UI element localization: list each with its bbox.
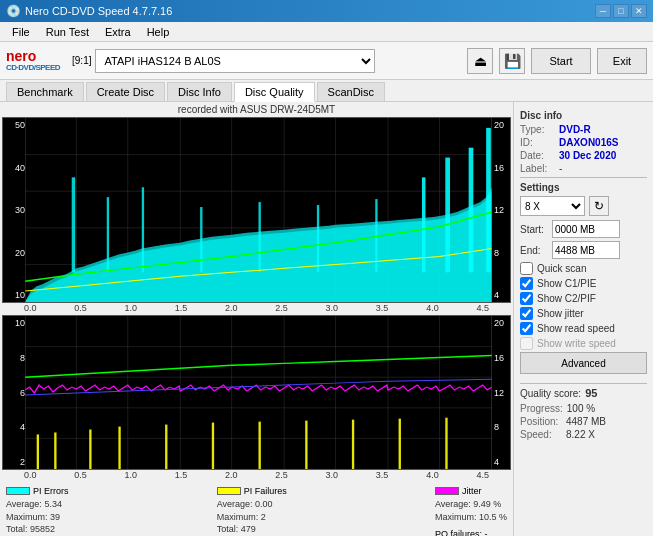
disc-label-value: -	[559, 163, 562, 174]
disc-info-title: Disc info	[520, 110, 647, 121]
disc-type-value: DVD-R	[559, 124, 591, 135]
pi-failures-avg: Average: 0.00	[217, 498, 287, 511]
upper-chart-container: 50 40 30 20 10 20 16 12 8 4	[2, 117, 511, 313]
pi-errors-max: Maximum: 39	[6, 511, 69, 524]
progress-row: Progress: 100 %	[520, 403, 647, 414]
svg-rect-20	[317, 205, 319, 272]
disc-id-value: DAXON016S	[559, 137, 618, 148]
svg-rect-24	[469, 148, 474, 273]
tab-disc-info[interactable]: Disc Info	[167, 82, 232, 101]
disc-label-row: Label: -	[520, 163, 647, 174]
svg-rect-46	[212, 423, 214, 469]
quality-score-row: Quality score: 95	[520, 387, 647, 399]
end-row: End:	[520, 241, 647, 259]
main-content: recorded with ASUS DRW-24D5MT 50 40 30 2…	[0, 102, 653, 536]
close-button[interactable]: ✕	[631, 4, 647, 18]
menu-bar: File Run Test Extra Help	[0, 22, 653, 42]
title-bar: 💿 Nero CD-DVD Speed 4.7.7.16 ─ □ ✕	[0, 0, 653, 22]
svg-rect-45	[165, 425, 167, 469]
nero-logo-sub: CD·DVD/SPEED	[6, 63, 60, 72]
menu-extra[interactable]: Extra	[97, 24, 139, 40]
pi-errors-total: Total: 95852	[6, 523, 69, 536]
show-c2-row: Show C2/PIF	[520, 292, 647, 305]
svg-rect-51	[445, 418, 447, 469]
upper-x-axis: 0.0 0.5 1.0 1.5 2.0 2.5 3.0 3.5 4.0 4.5	[2, 303, 511, 313]
show-c2-checkbox[interactable]	[520, 292, 533, 305]
tab-create-disc[interactable]: Create Disc	[86, 82, 165, 101]
svg-rect-47	[259, 422, 261, 469]
disc-date-value: 30 Dec 2020	[559, 150, 616, 161]
speed-result-label: Speed:	[520, 429, 562, 440]
position-row: Position: 4487 MB	[520, 416, 647, 427]
drive-label: [9:1]	[72, 55, 91, 66]
jitter-max: Maximum: 10.5 %	[435, 511, 507, 524]
refresh-button[interactable]: ↻	[589, 196, 609, 216]
app-title: Nero CD-DVD Speed 4.7.7.16	[25, 5, 172, 17]
save-button[interactable]: 💾	[499, 48, 525, 74]
upper-chart: 50 40 30 20 10 20 16 12 8 4	[2, 117, 511, 303]
svg-rect-49	[352, 420, 354, 469]
maximize-button[interactable]: □	[613, 4, 629, 18]
position-label: Position:	[520, 416, 562, 427]
pi-errors-label: PI Errors	[33, 486, 69, 496]
pi-failures-color	[217, 487, 241, 495]
app-icon: 💿	[6, 4, 21, 18]
pi-errors-color	[6, 487, 30, 495]
drive-selector: [9:1] ATAPI iHAS124 B AL0S	[72, 49, 461, 73]
speed-combo[interactable]: 8 X	[520, 196, 585, 216]
end-label: End:	[520, 245, 548, 256]
svg-rect-19	[259, 202, 261, 272]
show-jitter-label: Show jitter	[537, 308, 584, 319]
svg-rect-25	[486, 128, 491, 272]
end-input[interactable]	[552, 241, 620, 259]
show-c1-checkbox[interactable]	[520, 277, 533, 290]
quick-scan-checkbox[interactable]	[520, 262, 533, 275]
svg-rect-16	[107, 197, 109, 272]
side-panel: Disc info Type: DVD-R ID: DAXON016S Date…	[513, 102, 653, 536]
progress-label: Progress:	[520, 403, 563, 414]
show-jitter-checkbox[interactable]	[520, 307, 533, 320]
disc-date-row: Date: 30 Dec 2020	[520, 150, 647, 161]
advanced-button[interactable]: Advanced	[520, 352, 647, 374]
svg-rect-43	[89, 430, 91, 469]
title-bar-controls: ─ □ ✕	[595, 4, 647, 18]
eject-button[interactable]: ⏏	[467, 48, 493, 74]
tab-disc-quality[interactable]: Disc Quality	[234, 82, 315, 102]
show-jitter-row: Show jitter	[520, 307, 647, 320]
svg-rect-17	[142, 187, 144, 272]
divider1	[520, 177, 647, 178]
lower-x-axis: 0.0 0.5 1.0 1.5 2.0 2.5 3.0 3.5 4.0 4.5	[2, 470, 511, 480]
jitter-label: Jitter	[462, 486, 482, 496]
upper-chart-svg	[25, 118, 492, 302]
pi-failures-max: Maximum: 2	[217, 511, 287, 524]
quick-scan-row: Quick scan	[520, 262, 647, 275]
show-read-checkbox[interactable]	[520, 322, 533, 335]
lower-chart-svg	[25, 316, 492, 469]
jitter-color	[435, 487, 459, 495]
start-button[interactable]: Start	[531, 48, 591, 74]
svg-rect-18	[200, 207, 202, 272]
quality-score-value: 95	[585, 387, 597, 399]
lower-chart-container: 10 8 6 4 2 20 16 12 8 4	[2, 315, 511, 480]
upper-y-right: 20 16 12 8 4	[492, 118, 510, 302]
menu-file[interactable]: File	[4, 24, 38, 40]
drive-combo[interactable]: ATAPI iHAS124 B AL0S	[95, 49, 375, 73]
start-label: Start:	[520, 224, 548, 235]
svg-rect-48	[305, 421, 307, 469]
progress-value: 100 %	[567, 403, 595, 414]
tab-scan-disc[interactable]: ScanDisc	[317, 82, 385, 101]
exit-button[interactable]: Exit	[597, 48, 647, 74]
menu-help[interactable]: Help	[139, 24, 178, 40]
menu-run-test[interactable]: Run Test	[38, 24, 97, 40]
pi-failures-label: PI Failures	[244, 486, 287, 496]
start-input[interactable]	[552, 220, 620, 238]
po-failures-label: PO failures:	[435, 529, 482, 536]
speed-row: 8 X ↻	[520, 196, 647, 216]
title-bar-left: 💿 Nero CD-DVD Speed 4.7.7.16	[6, 4, 172, 18]
nero-logo-text: nero	[6, 49, 60, 63]
minimize-button[interactable]: ─	[595, 4, 611, 18]
tab-benchmark[interactable]: Benchmark	[6, 82, 84, 101]
upper-chart-inner	[25, 118, 492, 302]
po-failures-value: -	[484, 529, 487, 536]
show-write-row: Show write speed	[520, 337, 647, 350]
